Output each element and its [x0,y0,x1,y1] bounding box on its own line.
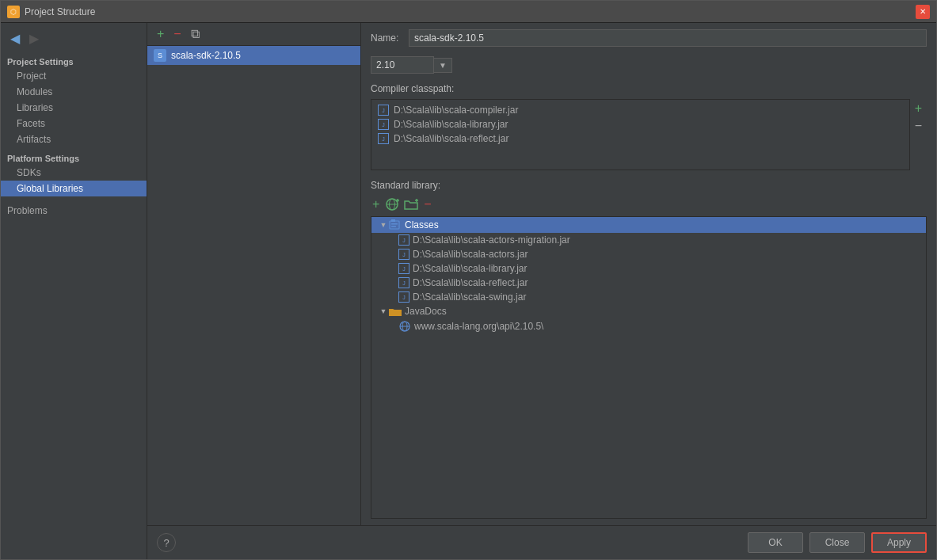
tree-scala-actors-migration[interactable]: J D:\Scala\lib\scala-actors-migration.ja… [371,233,926,247]
nav-forward-button[interactable]: ▶ [26,29,42,48]
standard-library-label: Standard library: [371,180,927,191]
javadocs-label: JavaDocs [405,306,447,317]
help-button[interactable]: ? [157,533,176,552]
bottom-bar: ? OK Close Apply [147,525,936,559]
sidebar-nav-buttons: ◀ ▶ [1,26,147,51]
jar-icon-1: J [378,105,389,116]
sdk-list-area: + − ⧉ S scala-sdk-2.10.5 [147,23,361,525]
version-field[interactable] [371,56,434,74]
classpath-remove-button[interactable]: − [913,118,924,134]
nav-back-button[interactable]: ◀ [7,29,23,48]
title-bar-left: ⬡ Project Structure [7,6,95,18]
jar-icon-3: J [378,133,389,144]
sdk-list-item[interactable]: S scala-sdk-2.10.5 [147,46,360,65]
apply-button[interactable]: Apply [871,532,927,553]
svg-rect-8 [391,219,395,222]
compiler-classpath-label: Compiler classpath: [371,83,927,94]
bottom-right: OK Close Apply [748,532,927,553]
jar-icon-sm3: J [398,263,409,274]
close-window-button[interactable]: ✕ [916,5,930,19]
std-library-tree: ▼ Classes J D:\Scal [371,216,927,519]
svg-rect-7 [390,221,399,229]
jar-icon-sm4: J [398,277,409,288]
copy-sdk-button[interactable]: ⧉ [188,26,203,42]
compiler-classpath-list: J D:\Scala\lib\scala-compiler.jar J D:\S… [371,99,910,170]
sidebar-item-facets[interactable]: Facets [1,116,147,131]
std-remove-button[interactable]: − [422,196,432,213]
sidebar-item-modules[interactable]: Modules [1,84,147,100]
std-toolbar: + [371,196,927,213]
ok-button[interactable]: OK [748,532,803,553]
sdk-item-name: scala-sdk-2.10.5 [171,50,241,61]
project-structure-window: ⬡ Project Structure ✕ ◀ ▶ Project Settin… [0,0,937,560]
window-icon: ⬡ [7,6,20,18]
tree-scala-actors[interactable]: J D:\Scala\lib\scala-actors.jar [371,247,926,261]
jar-icon-2: J [378,119,389,130]
svg-rect-9 [391,223,398,225]
right-panel: + − ⧉ S scala-sdk-2.10.5 Name: [147,23,936,559]
jar-icon-sm1: J [398,234,409,246]
name-row: Name: [371,29,927,47]
sdk-list-toolbar: + − ⧉ [147,23,360,46]
sidebar-item-libraries[interactable]: Libraries [1,100,147,116]
bottom-left: ? [157,533,176,552]
svg-rect-10 [391,226,396,227]
sidebar-item-sdks[interactable]: SDKs [1,165,147,181]
tree-scala-swing[interactable]: J D:\Scala\lib\scala-swing.jar [371,290,926,304]
javadocs-folder-icon [389,306,402,317]
std-add-url-button[interactable] [384,196,400,212]
version-dropdown-arrow[interactable]: ▼ [434,58,452,73]
classes-icon [389,219,402,231]
content-area: ◀ ▶ Project Settings Project Modules Lib… [1,23,936,559]
add-sdk-button[interactable]: + [154,26,167,42]
detail-panel: Name: ▼ Compiler classpath: J [361,23,936,525]
std-add-button[interactable]: + [371,196,381,213]
right-content: + − ⧉ S scala-sdk-2.10.5 Name: [147,23,936,525]
classpath-item-3: J D:\Scala\lib\scala-reflect.jar [375,131,906,146]
remove-sdk-button[interactable]: − [170,26,184,42]
tree-classes-node[interactable]: ▼ Classes [371,217,926,233]
version-row: ▼ [371,56,927,74]
jar-icon-sm2: J [398,249,409,260]
name-label: Name: [371,32,402,44]
tree-scala-reflect[interactable]: J D:\Scala\lib\scala-reflect.jar [371,276,926,290]
title-bar: ⬡ Project Structure ✕ [1,1,936,23]
std-add-folder-button[interactable] [403,196,419,212]
classes-label: Classes [405,219,439,230]
sidebar: ◀ ▶ Project Settings Project Modules Lib… [1,23,147,559]
sidebar-item-artifacts[interactable]: Artifacts [1,131,147,147]
close-button[interactable]: Close [809,532,865,553]
sidebar-item-problems[interactable]: Problems [1,203,147,219]
sidebar-item-global-libraries[interactable]: Global Libraries [1,181,147,196]
tree-javadocs-node[interactable]: ▼ JavaDocs [371,304,926,318]
javadocs-collapse-arrow[interactable]: ▼ [378,307,389,315]
classpath-item-2: J D:\Scala\lib\scala-library.jar [375,117,906,131]
tree-javadocs-url[interactable]: www.scala-lang.org\api\2.10.5\ [371,318,926,334]
compiler-classpath-area: J D:\Scala\lib\scala-compiler.jar J D:\S… [371,99,927,170]
project-settings-label: Project Settings [1,54,147,68]
window-title: Project Structure [25,6,95,17]
classpath-side-buttons: + − [910,99,927,170]
platform-settings-label: Platform Settings [1,150,147,165]
classpath-item-1: J D:\Scala\lib\scala-compiler.jar [375,103,906,117]
jar-icon-sm5: J [398,291,409,303]
sdk-item-icon: S [154,49,166,62]
globe-icon [398,320,411,333]
classes-collapse-arrow[interactable]: ▼ [378,221,389,229]
globe-add-icon [385,197,399,211]
classpath-add-button[interactable]: + [913,101,924,116]
sidebar-item-project[interactable]: Project [1,68,147,84]
folder-add-icon [404,197,418,211]
tree-scala-library[interactable]: J D:\Scala\lib\scala-library.jar [371,261,926,276]
name-input[interactable] [409,29,927,47]
